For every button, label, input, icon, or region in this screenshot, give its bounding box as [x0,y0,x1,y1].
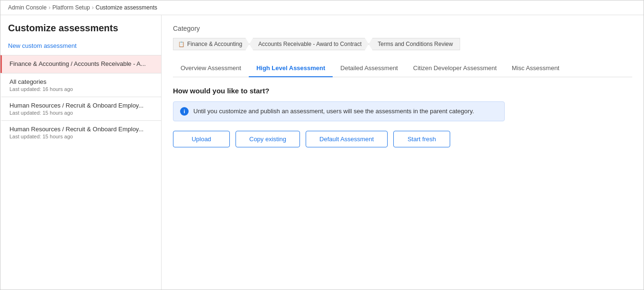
main-content: Category 📋 Finance & Accounting Accounts… [162,15,644,290]
info-icon: i [180,107,189,116]
info-banner: i Until you customize and publish an ass… [173,101,505,121]
sidebar-item-subtitle: Last updated: 15 hours ago [9,134,154,139]
tab-misc-assessment[interactable]: Misc Assessment [504,60,567,77]
tab-citizen-developer-assessment[interactable]: Citizen Developer Assessment [406,60,504,77]
path-segment-finance[interactable]: 📋 Finance & Accounting [173,38,249,50]
document-icon: 📋 [178,41,185,47]
info-text: Until you customize and publish an asses… [193,107,474,116]
category-path: 📋 Finance & Accounting Accounts Receivab… [173,38,632,50]
app-container: Admin Console › Platform Setup › Customi… [0,0,644,290]
tab-high-level-assessment[interactable]: High Level Assessment [249,60,333,77]
sidebar-item-subtitle: Last updated: 15 hours ago [9,110,154,116]
copy-existing-button[interactable]: Copy existing [236,131,300,147]
path-segment-accounts-receivable[interactable]: Accounts Receivable - Award to Contract [249,38,369,50]
tabs-row: Overview Assessment High Level Assessmen… [173,60,632,77]
page-body: Customize assessments New custom assessm… [0,15,644,290]
sidebar-item-title: Human Resources / Recruit & Onboard Empl… [9,102,154,109]
breadcrumb: Admin Console › Platform Setup › Customi… [0,0,644,15]
page-title: Customize assessments [0,15,161,39]
default-assessment-button[interactable]: Default Assessment [306,131,388,147]
breadcrumb-platform-setup[interactable]: Platform Setup [52,4,90,11]
tab-detailed-assessment[interactable]: Detailed Assessment [333,60,405,77]
tab-overview-assessment[interactable]: Overview Assessment [173,60,249,77]
sidebar-item-subtitle: Last updated: 16 hours ago [9,86,154,92]
sidebar-item-title: Finance & Accounting / Accounts Receivab… [9,60,154,67]
category-label: Category [173,25,632,32]
sidebar-item-title: Human Resources / Recruit & Onboard Empl… [9,126,154,133]
breadcrumb-current: Customize assessments [96,4,157,11]
sidebar-item-finance-accounting[interactable]: Finance & Accounting / Accounts Receivab… [0,55,161,73]
breadcrumb-sep-2: › [92,4,94,11]
sidebar-item-all-categories[interactable]: All categories Last updated: 16 hours ag… [0,73,161,97]
sidebar-item-title: All categories [9,78,154,85]
sidebar: Customize assessments New custom assessm… [0,15,162,290]
upload-button[interactable]: Upload [173,131,230,147]
path-segment-terms[interactable]: Terms and Conditions Review [369,38,460,50]
action-buttons: Upload Copy existing Default Assessment … [173,131,632,147]
new-custom-assessment-link[interactable]: New custom assessment [0,39,161,55]
breadcrumb-admin-console[interactable]: Admin Console [8,4,46,11]
start-fresh-button[interactable]: Start fresh [393,131,450,147]
section-title: How would you like to start? [173,87,632,95]
breadcrumb-sep-1: › [48,4,50,11]
sidebar-item-hr-1[interactable]: Human Resources / Recruit & Onboard Empl… [0,97,161,120]
sidebar-item-hr-2[interactable]: Human Resources / Recruit & Onboard Empl… [0,120,161,144]
